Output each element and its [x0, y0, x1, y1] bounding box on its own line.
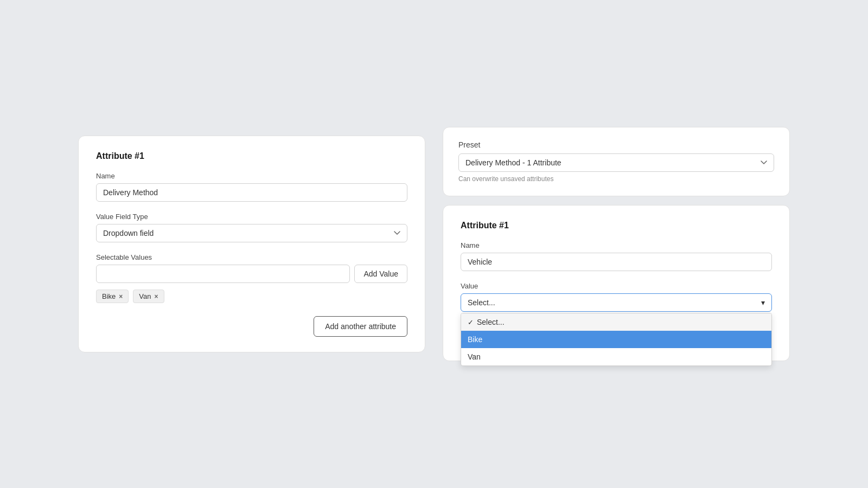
left-name-label: Name [96, 172, 407, 180]
dropdown-option-bike-label: Bike [468, 335, 482, 344]
dropdown-option-select[interactable]: ✓ Select... [461, 313, 771, 331]
right-value-dropdown-container: Select... ▾ ✓ Select... Bike Van [461, 293, 772, 312]
preset-select[interactable]: Delivery Method - 1 Attribute [458, 153, 774, 172]
left-name-input[interactable] [96, 183, 407, 202]
right-name-group: Name [461, 241, 772, 271]
check-icon: ✓ [468, 318, 474, 326]
left-tag-van-remove[interactable]: × [154, 293, 158, 300]
preset-hint: Can overwrite unsaved attributes [458, 175, 774, 183]
left-add-value-button[interactable]: Add Value [354, 265, 407, 283]
left-value-type-label: Value Field Type [96, 213, 407, 221]
left-tag-bike-remove[interactable]: × [119, 293, 123, 300]
right-value-group: Value Select... ▾ ✓ Select... Bike [461, 282, 772, 312]
left-tag-van-label: Van [139, 292, 151, 300]
right-value-dropdown-selected: Select... [468, 298, 495, 307]
left-attribute-title: Attribute #1 [96, 151, 407, 161]
right-value-dropdown-options: ✓ Select... Bike Van [461, 313, 772, 366]
preset-card: Preset Delivery Method - 1 Attribute Can… [443, 127, 790, 196]
right-name-input[interactable] [461, 253, 772, 271]
right-value-dropdown-display[interactable]: Select... ▾ [461, 293, 772, 312]
left-tag-van: Van × [133, 290, 164, 303]
right-value-label: Value [461, 282, 772, 290]
left-attribute-panel: Attribute #1 Name Value Field Type Dropd… [78, 136, 425, 352]
dropdown-option-van[interactable]: Van [461, 348, 771, 365]
left-tag-bike: Bike × [96, 290, 129, 303]
right-name-label: Name [461, 241, 772, 249]
left-tags-row: Bike × Van × [96, 290, 407, 303]
right-panel: Preset Delivery Method - 1 Attribute Can… [443, 127, 790, 361]
left-value-type-select[interactable]: Dropdown field [96, 224, 407, 242]
left-selectable-values-input[interactable] [96, 265, 350, 283]
left-value-type-group: Value Field Type Dropdown field [96, 213, 407, 242]
right-attribute-title: Attribute #1 [461, 221, 772, 230]
dropdown-option-van-label: Van [468, 352, 481, 361]
dropdown-option-bike[interactable]: Bike [461, 331, 771, 348]
preset-label: Preset [458, 140, 774, 149]
left-add-attribute-button[interactable]: Add another attribute [314, 316, 407, 337]
right-attribute-card: Attribute #1 Name Value Select... ▾ ✓ Se… [443, 205, 790, 361]
left-name-group: Name [96, 172, 407, 202]
left-selectable-values-row: Add Value [96, 265, 407, 283]
chevron-down-icon: ▾ [761, 298, 765, 307]
left-selectable-values-group: Selectable Values Add Value Bike × Van × [96, 253, 407, 303]
left-tag-bike-label: Bike [102, 292, 116, 300]
left-selectable-values-label: Selectable Values [96, 253, 407, 261]
dropdown-option-select-label: Select... [477, 318, 505, 326]
